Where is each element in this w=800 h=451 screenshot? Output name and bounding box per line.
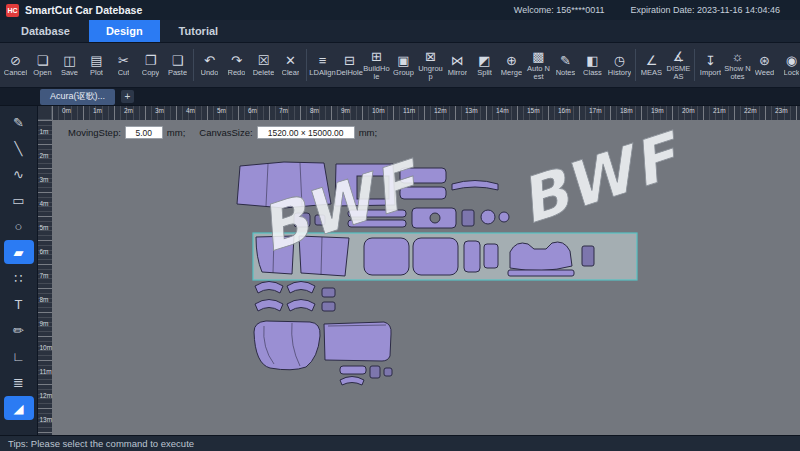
delete-icon: ☒ [258,54,270,68]
ruler-label: 7m [277,106,308,120]
app-window: HC SmartCut Car Datebase Welcome: 156***… [0,0,800,451]
layers-icon: ≣ [13,376,24,389]
menu-tab-tutorial[interactable]: Tutorial [162,20,236,42]
ruler-label: 2m [38,152,52,176]
toolbar-button-meas[interactable]: ∠ MEAS [638,54,665,77]
canvas-viewport[interactable]: BWF BWF MovingStep: mm; CanvasSize: mm; [52,120,800,435]
curve-icon: ∿ [13,168,24,181]
sidebar-tool-pencil[interactable]: ✏ [4,318,34,342]
sidebar-tool-circle[interactable]: ○ [4,214,34,238]
ruler-label: 1m [38,128,52,152]
document-tab-acura[interactable]: Acura(讴歌)... [40,89,115,105]
sidebar-tool-node-edit[interactable]: ∷ [4,266,34,290]
sidebar-tool-text[interactable]: T [4,292,34,316]
toolbar-button-paste[interactable]: ❑ Paste [164,54,191,77]
ruler-label: 12m [432,106,463,120]
ruler-corner [38,106,52,120]
titlebar-info: Welcome: 156****0011 Expiration Date: 20… [514,5,794,15]
toolbar-separator [635,49,636,81]
toolbar-button-history[interactable]: ◷ History [606,54,633,77]
ruler-label: 13m [38,416,52,435]
ruler-label: 9m [339,106,370,120]
toolbar-button-auto-nest[interactable]: ▩ Auto Nest [525,50,552,81]
toolbar-button-lock[interactable]: ◉ Lock [778,54,800,77]
ruler-label: 3m [38,176,52,200]
paste-icon: ❑ [172,54,184,68]
slope-icon: ◢ [14,402,24,415]
sidebar-tool-pen[interactable]: ✎ [4,110,34,134]
open-icon: ❏ [37,54,49,68]
toolbar-button-save[interactable]: ◫ Save [56,54,83,77]
sidebar-tool-knife[interactable]: ▰ [4,240,34,264]
rect-icon: ▭ [12,194,24,207]
toolbar-group-measure: ∠ MEAS ∡ DISMEAS [638,43,692,87]
toolbar: ⊘ Cancel ❏ Open ◫ Save ▤ Plot ✂ Cut ❐ Co… [0,42,800,88]
toolbar-button-open[interactable]: ❏ Open [29,54,56,77]
moving-step-input[interactable] [125,126,163,139]
parts-row-4[interactable] [255,282,335,312]
ruler-label: 5m [215,106,246,120]
toolbar-button-buildhole[interactable]: ⊞ BuildHole [363,50,390,81]
text-icon: T [15,298,23,311]
welcome-text: Welcome: 156****0011 [514,5,605,15]
canvas-size-unit: mm; [359,127,377,138]
toolbar-separator [306,49,307,81]
toolbar-button-undo[interactable]: ↶ Undo [196,54,223,77]
toolbar-button-cut[interactable]: ✂ Cut [110,54,137,77]
ruler-label: 22m [742,106,773,120]
toolbar-button-group[interactable]: ▣ Group [390,54,417,77]
toolbar-separator [694,49,695,81]
toolbar-button-merge[interactable]: ⊕ Merge [498,54,525,77]
toolbar-button-cancel[interactable]: ⊘ Cancel [2,54,29,77]
sidebar-tool-angle[interactable]: ∟ [4,344,34,368]
toolbar-button-ldalign[interactable]: ≡ LDAlign [309,54,336,77]
toolbar-button-show-notes[interactable]: ☼ Show Notes [724,50,751,81]
toolbar-button-ungroup[interactable]: ⊠ Ungroup [417,50,444,81]
canvas-area: 0m1m2m3m4m5m6m7m8m9m10m11m12m13m14m15m16… [38,106,800,435]
canvas-size-input[interactable] [257,126,355,139]
toolbar-button-redo[interactable]: ↷ Redo [223,54,250,77]
knife-icon: ▰ [14,246,24,259]
toolbar-button-delete[interactable]: ☒ Delete [250,54,277,77]
ruler-label: 13m [463,106,494,120]
sidebar-tool-rectangle[interactable]: ▭ [4,188,34,212]
sidebar-tool-slope[interactable]: ◢ [4,396,34,420]
pencil-icon: ✏ [13,324,24,337]
toolbar-button-weed[interactable]: ⊛ Weed [751,54,778,77]
toolbar-group-arrange: ≡ LDAlign ⊟ DelHole ⊞ BuildHole ▣ Group … [309,43,633,87]
ruler-label: 10m [370,106,401,120]
ruler-label: 6m [38,248,52,272]
ruler-label: 11m [38,368,52,392]
sidebar-tool-curve[interactable]: ∿ [4,162,34,186]
ruler-label: 14m [494,106,525,120]
toolbar-button-mirror[interactable]: ⋈ Mirror [444,54,471,77]
menu-tab-design[interactable]: Design [89,20,160,42]
toolbar-button-plot[interactable]: ▤ Plot [83,54,110,77]
toolbar-button-dismeas[interactable]: ∡ DISMEAS [665,50,692,81]
ruler-label: 4m [38,200,52,224]
toolbar-group-edit: ↶ Undo ↷ Redo ☒ Delete ✕ Clear [196,43,304,87]
mirror-icon: ⋈ [451,54,464,68]
autonest-icon: ▩ [532,50,544,64]
toolbar-button-class[interactable]: ◧ Class [579,54,606,77]
toolbar-button-delhole[interactable]: ⊟ DelHole [336,54,363,77]
sidebar-tool-line[interactable]: ╲ [4,136,34,160]
ruler-label: 23m [773,106,800,120]
horizontal-ruler: 0m1m2m3m4m5m6m7m8m9m10m11m12m13m14m15m16… [52,106,800,120]
toolbar-button-notes[interactable]: ✎ Notes [552,54,579,77]
menu-tab-database[interactable]: Database [4,20,87,42]
pen-icon: ✎ [13,116,24,129]
expiration-text: Expiration Date: 2023-11-16 14:04:46 [631,5,780,15]
toolbar-button-clear[interactable]: ✕ Clear [277,54,304,77]
toolbar-button-split[interactable]: ◩ Split [471,54,498,77]
weed-icon: ⊛ [759,54,770,68]
toolbar-button-import[interactable]: ↧ Import [697,54,724,77]
toolbar-button-copy[interactable]: ❐ Copy [137,54,164,77]
parts-row-5[interactable] [254,321,392,385]
undo-icon: ↶ [204,54,215,68]
ruler-label: 8m [308,106,339,120]
split-icon: ◩ [478,54,490,68]
titlebar: HC SmartCut Car Datebase Welcome: 156***… [0,0,800,20]
sidebar-tool-layers[interactable]: ≣ [4,370,34,394]
add-tab-button[interactable]: + [121,90,134,103]
